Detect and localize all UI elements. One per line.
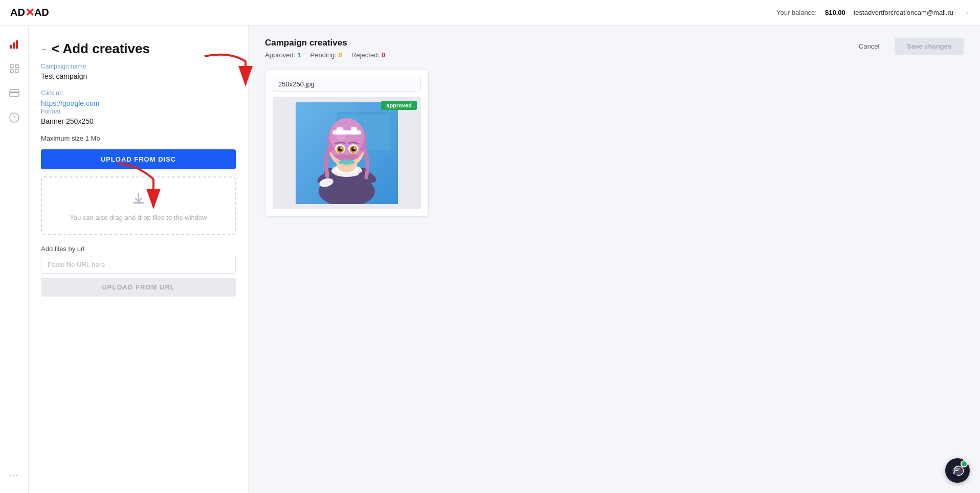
right-content: Campaign creatives Approved: 1 Pending: … <box>249 26 980 493</box>
back-link[interactable]: ← < Add creatives <box>41 41 236 57</box>
header-right: Your balance: $10.00 testadvertforcreati… <box>776 8 970 17</box>
sidebar-item-help[interactable]: ? <box>4 107 25 128</box>
svg-rect-27 <box>337 127 343 135</box>
creative-image <box>296 102 398 204</box>
campaign-name-section: Campaign name Test campaign <box>41 63 236 80</box>
main-layout: ? ⋯ ← < Add creatives Campaign name Test… <box>29 26 980 493</box>
sidebar: ? ⋯ <box>0 26 29 493</box>
svg-rect-8 <box>10 92 19 93</box>
logout-icon[interactable]: → <box>962 8 970 17</box>
svg-point-37 <box>331 150 340 155</box>
sidebar-item-chart[interactable] <box>4 34 25 54</box>
back-arrow-icon: ← <box>41 45 48 53</box>
campaign-name-value: Test campaign <box>41 72 236 80</box>
click-url-label: Click url <box>41 89 236 97</box>
svg-rect-0 <box>10 45 12 49</box>
left-panel: ← < Add creatives Campaign name Test cam… <box>29 26 249 493</box>
stat-approved: Approved: 1 <box>265 51 301 59</box>
rejected-label: Rejected: <box>351 51 380 59</box>
stats-row: Approved: 1 Pending: 0 Rejected: 0 <box>265 51 385 59</box>
upload-disc-button[interactable]: UPLOAD FROM DISC <box>41 149 236 169</box>
sidebar-item-card[interactable] <box>4 83 25 103</box>
creative-filename: 250x250.jpg <box>273 77 421 92</box>
rejected-value: 0 <box>382 51 385 59</box>
svg-rect-6 <box>15 70 18 73</box>
drag-drop-text: You can also drag and drop files to the … <box>70 214 207 221</box>
click-url-value[interactable]: https://google.com <box>41 99 99 107</box>
chart-icon <box>9 39 19 49</box>
creative-card: 250x250.jpg approved <box>265 69 429 217</box>
chat-bubble[interactable] <box>945 458 970 483</box>
svg-rect-5 <box>10 70 13 73</box>
balance-label: Your balance: <box>776 9 817 16</box>
sidebar-dots: ⋯ <box>9 461 19 485</box>
balance-value: $10.00 <box>825 9 845 16</box>
approved-badge: approved <box>381 101 417 110</box>
svg-rect-11 <box>133 202 144 204</box>
approved-value: 1 <box>297 51 301 59</box>
cancel-button[interactable]: Cancel <box>849 38 889 55</box>
campaign-name-label: Campaign name <box>41 63 236 70</box>
grid-icon <box>10 64 19 73</box>
stat-rejected: Rejected: 0 <box>351 51 385 59</box>
save-button[interactable]: Save changes <box>895 38 964 55</box>
svg-rect-28 <box>351 127 357 135</box>
content-header: Campaign creatives Approved: 1 Pending: … <box>265 38 964 59</box>
max-size: Maximum size 1 Mb <box>41 135 236 142</box>
download-icon <box>130 190 147 210</box>
card-icon <box>9 89 19 97</box>
logo-ad1: AD <box>10 7 25 18</box>
creative-image-wrap: approved <box>273 97 421 209</box>
format-value: Banner 250x250 <box>41 117 236 125</box>
url-section: Add files by url UPLOAD FROM URL <box>41 245 236 297</box>
svg-rect-4 <box>15 64 18 68</box>
user-email: testadvertforcreationcam@mail.ru <box>854 9 953 16</box>
svg-rect-2 <box>16 40 18 49</box>
approved-label: Approved: <box>265 51 295 59</box>
svg-point-38 <box>354 150 362 155</box>
logo: AD✕AD <box>10 6 49 19</box>
stat-pending: Pending: 0 <box>310 51 343 59</box>
action-buttons: Cancel Save changes <box>849 38 964 55</box>
top-header: AD✕AD Your balance: $10.00 testadvertfor… <box>0 0 980 26</box>
click-url-section: Click url https://google.com <box>41 89 236 108</box>
logo-x: ✕ <box>25 6 34 19</box>
chat-icon <box>951 464 964 477</box>
logo-ad2: AD <box>34 7 49 18</box>
content-title: Campaign creatives <box>265 38 385 48</box>
svg-point-24 <box>329 118 364 155</box>
url-section-label: Add files by url <box>41 245 236 253</box>
content-info: Campaign creatives Approved: 1 Pending: … <box>265 38 385 59</box>
svg-rect-3 <box>10 64 13 68</box>
drag-drop-area[interactable]: You can also drag and drop files to the … <box>41 176 236 235</box>
svg-point-35 <box>340 147 342 149</box>
svg-point-39 <box>339 160 355 165</box>
sidebar-item-grid[interactable] <box>4 58 25 79</box>
format-label: Format <box>41 108 236 115</box>
pending-label: Pending: <box>310 51 337 59</box>
svg-rect-1 <box>13 42 15 49</box>
svg-text:?: ? <box>13 115 15 122</box>
help-icon: ? <box>9 113 19 123</box>
upload-url-button[interactable]: UPLOAD FROM URL <box>41 278 236 297</box>
page-title: < Add creatives <box>52 41 150 57</box>
url-input[interactable] <box>41 256 236 274</box>
pending-value: 0 <box>339 51 342 59</box>
format-section: Format Banner 250x250 <box>41 108 236 125</box>
svg-point-36 <box>353 147 355 149</box>
